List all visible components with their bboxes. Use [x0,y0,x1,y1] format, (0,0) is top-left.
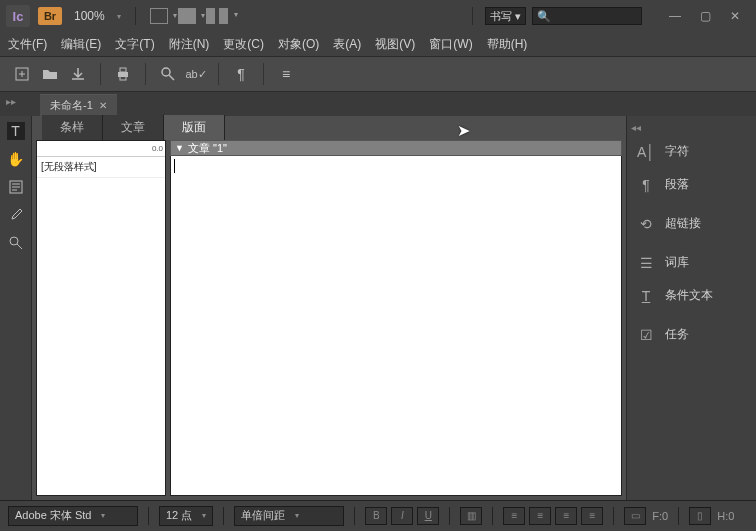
open-icon[interactable] [40,64,60,84]
panel-conditional-text[interactable]: T 条件文本 [627,279,756,312]
menu-edit[interactable]: 编辑(E) [61,36,101,53]
font-family-select[interactable]: Adobe 宋体 Std [8,506,138,526]
disclosure-triangle-icon[interactable]: ▼ [175,143,184,153]
menu-file[interactable]: 文件(F) [8,36,47,53]
app-logo: Ic [6,5,30,27]
align-toggle-group: ≡ ≡ ≡ ≡ [503,507,603,525]
style-toggle-group: B I U [365,507,439,525]
menu-notes[interactable]: 附注(N) [169,36,210,53]
menu-help[interactable]: 帮助(H) [487,36,528,53]
separator [145,63,146,85]
separator [100,63,101,85]
toolbar: ab✓ ¶ ≡ [0,56,756,92]
menu-changes[interactable]: 更改(C) [223,36,264,53]
paragraph-icon: ¶ [637,177,655,193]
view-mode-3-icon[interactable] [206,8,228,24]
type-tool-icon[interactable]: T [7,122,25,140]
collapse-icon[interactable]: ◂◂ [627,120,756,135]
minimize-button[interactable]: — [668,9,682,23]
view-mode-2-icon[interactable] [178,8,196,24]
spellcheck-icon[interactable]: ab✓ [186,64,206,84]
character-icon: A│ [637,144,655,160]
document-tab[interactable]: 未命名-1 ✕ [40,94,117,116]
document-tab-label: 未命名-1 [50,98,93,113]
svg-rect-4 [120,68,126,72]
separator [148,507,149,525]
conditional-text-icon: T [637,288,655,304]
panel-body: 0.0 [无段落样式] ▼ 文章 "1" [32,140,626,500]
menu-view[interactable]: 视图(V) [375,36,415,53]
text-editor[interactable] [170,156,622,496]
close-button[interactable]: ✕ [728,9,742,23]
panel-tabs: 条样 文章 版面 [32,116,626,140]
eyedropper-tool-icon[interactable] [7,206,25,224]
separator [449,507,450,525]
zoom-tool-icon[interactable] [7,234,25,252]
status-bar: Adobe 宋体 Std 12 点 单倍间距 B I U ▥ ≡ ≡ ≡ ≡ ▭… [0,500,756,530]
height-readout: H:0 [717,510,734,522]
tool-palette: T ✋ [0,116,32,500]
menu-text[interactable]: 文字(T) [115,36,154,53]
columns-icon[interactable]: ▥ [460,507,482,525]
align-justify-icon[interactable]: ≡ [581,507,603,525]
view-mode-1-icon[interactable] [150,8,168,24]
expand-icon[interactable]: ▸▸ [6,96,16,107]
search-mode-select[interactable]: 书写 ▾ [485,7,526,25]
panel-paragraph[interactable]: ¶ 段落 [627,168,756,201]
svg-line-7 [169,75,174,80]
bridge-badge[interactable]: Br [38,7,62,25]
panel-thesaurus[interactable]: ☰ 词库 [627,246,756,279]
height-mode-icon[interactable]: ▯ [689,507,711,525]
find-icon[interactable] [158,64,178,84]
separator [472,7,473,25]
separator [354,507,355,525]
hand-tool-icon[interactable]: ✋ [7,150,25,168]
right-panel-dock: ◂◂ A│ 字符 ¶ 段落 ⟲ 超链接 ☰ 词库 T 条件文本 ☑ 任务 [626,116,756,500]
bold-toggle-icon[interactable]: B [365,507,387,525]
align-right-icon[interactable]: ≡ [555,507,577,525]
menu-bar: 文件(F) 编辑(E) 文字(T) 附注(N) 更改(C) 对象(O) 表(A)… [0,32,756,56]
thesaurus-icon: ☰ [637,255,655,271]
save-icon[interactable] [68,64,88,84]
search-input[interactable] [532,7,642,25]
print-icon[interactable] [113,64,133,84]
paragraph-style-item[interactable]: [无段落样式] [37,157,165,178]
frame-readout: F:0 [652,510,668,522]
maximize-button[interactable]: ▢ [698,9,712,23]
tab-layout[interactable]: 版面 [164,115,225,140]
italic-toggle-icon[interactable]: I [391,507,413,525]
menu-icon[interactable]: ≡ [276,64,296,84]
menu-object[interactable]: 对象(O) [278,36,319,53]
align-left-icon[interactable]: ≡ [503,507,525,525]
view-mode-icon[interactable]: ▭ [624,507,646,525]
chevron-down-icon[interactable]: ▾ [117,12,121,21]
article-title: 文章 "1" [188,141,227,156]
close-tab-icon[interactable]: ✕ [99,100,107,111]
article-header[interactable]: ▼ 文章 "1" [170,140,622,156]
align-center-icon[interactable]: ≡ [529,507,551,525]
document-panel: ▼ 文章 "1" [170,140,622,496]
panel-character[interactable]: A│ 字符 [627,135,756,168]
zoom-level[interactable]: 100% [70,9,109,23]
new-icon[interactable] [12,64,32,84]
center-area: 条样 文章 版面 0.0 [无段落样式] ▼ 文章 "1" [32,116,626,500]
panel-tasks[interactable]: ☑ 任务 [627,318,756,351]
tasks-icon: ☑ [637,327,655,343]
main-area: T ✋ 条样 文章 版面 0.0 [无段落样式] ▼ 文章 "1" [0,116,756,500]
tab-strip-styles[interactable]: 条样 [42,115,103,140]
menu-window[interactable]: 窗口(W) [429,36,472,53]
document-tab-row: ▸▸ 未命名-1 ✕ [0,92,756,116]
note-tool-icon[interactable] [7,178,25,196]
svg-line-13 [17,244,22,249]
menu-table[interactable]: 表(A) [333,36,361,53]
svg-point-6 [162,68,170,76]
font-size-select[interactable]: 12 点 [159,506,213,526]
separator [218,63,219,85]
line-spacing-select[interactable]: 单倍间距 [234,506,344,526]
underline-toggle-icon[interactable]: U [417,507,439,525]
ruler: 0.0 [37,141,165,157]
panel-hyperlinks[interactable]: ⟲ 超链接 [627,207,756,240]
pilcrow-icon[interactable]: ¶ [231,64,251,84]
tab-story[interactable]: 文章 [103,115,164,140]
title-bar: Ic Br 100% ▾ 书写 ▾ — ▢ ✕ [0,0,756,32]
